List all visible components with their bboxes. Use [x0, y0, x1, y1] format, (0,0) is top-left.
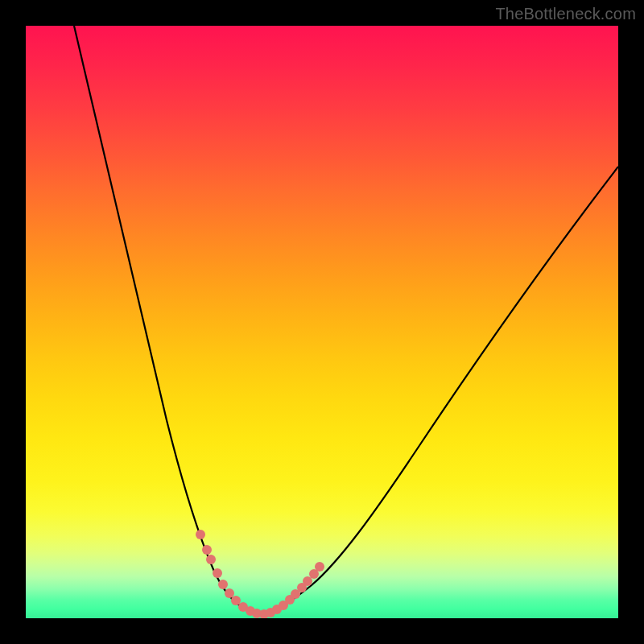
watermark-text: TheBottleneck.com [495, 5, 636, 23]
chart-container: TheBottleneck.com [0, 0, 644, 644]
gradient-background [26, 26, 618, 618]
